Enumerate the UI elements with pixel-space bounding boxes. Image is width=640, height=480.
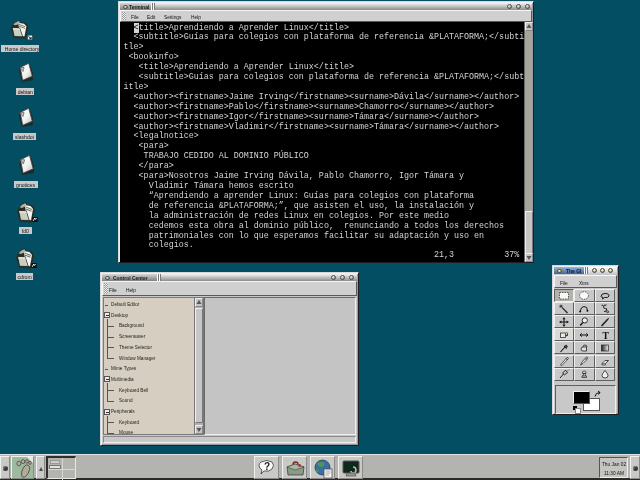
svg-text:?: ? xyxy=(264,461,270,472)
svg-text:T: T xyxy=(602,330,609,340)
